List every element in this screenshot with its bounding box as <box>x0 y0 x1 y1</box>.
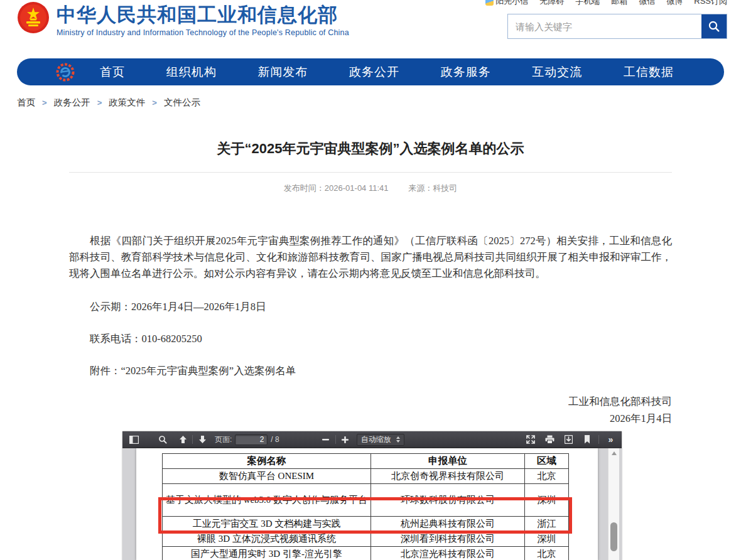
find-icon <box>158 435 167 444</box>
article: 关于“2025年元宇宙典型案例”入选案例名单的公示 发布时间：2026-01-0… <box>69 132 672 427</box>
page-number-input[interactable] <box>235 434 268 445</box>
cell-case-name: 数智仿真平台 ONESIM <box>163 469 371 484</box>
source: 来源：科技司 <box>408 183 457 193</box>
sidebar-toggle-icon <box>129 436 139 444</box>
nav-item-home[interactable]: 首页 <box>100 64 125 80</box>
signature-org: 工业和信息化部科技司 <box>69 393 672 410</box>
site-subtitle: Ministry of Industry and Information Tec… <box>57 28 349 37</box>
page-down-button[interactable] <box>195 433 210 446</box>
mascot-icon <box>485 0 494 6</box>
page-label: 页面: <box>215 434 232 445</box>
miit-e-logo-icon <box>56 63 75 82</box>
link-sunshine[interactable]: 阳光小信 <box>485 0 528 7</box>
col-header-applicant: 申报单位 <box>371 454 525 469</box>
zoom-out-icon <box>322 439 329 441</box>
cell-case-name: 国产大型通用实时 3D 引擎-渲光引擎 <box>163 547 371 560</box>
pdf-scrollbar[interactable] <box>608 448 619 560</box>
publicity-period: 公示期：2026年1月4日—2026年1月8日 <box>69 300 672 314</box>
find-button[interactable] <box>155 433 170 446</box>
cell-case-name: 基于文旅大模型的 web3.0 数字人创作与服务平台 <box>163 484 371 517</box>
search-bar <box>507 14 727 39</box>
nav-item-interaction[interactable]: 互动交流 <box>532 64 582 80</box>
zoom-select-value: 自动缩放 <box>361 434 391 445</box>
zoom-select[interactable]: 自动缩放 <box>357 434 404 446</box>
article-title: 关于“2025年元宇宙典型案例”入选案例名单的公示 <box>69 132 672 172</box>
link-rss[interactable]: RSS订阅 <box>694 0 727 7</box>
col-header-case-name: 案例名称 <box>163 454 371 469</box>
link-weibo[interactable]: 微博 <box>666 0 683 7</box>
search-button[interactable] <box>701 14 727 38</box>
cell-applicant: 北京渲光科技有限公司 <box>371 547 525 560</box>
zoom-out-button[interactable] <box>318 433 333 446</box>
crumb-home[interactable]: 首页 <box>17 97 35 107</box>
link-wechat[interactable]: 微信 <box>639 0 655 7</box>
signature-date: 2026年1月4日 <box>69 410 672 427</box>
table-row: 国产大型通用实时 3D 引擎-渲光引擎 北京渲光科技有限公司 北京 <box>163 547 569 560</box>
print-button[interactable] <box>542 433 557 446</box>
presentation-mode-button[interactable] <box>523 433 538 446</box>
page-root: 中华人民共和国工业和信息化部 Ministry of Industry and … <box>0 0 741 560</box>
cell-applicant: 深圳看到科技有限公司 <box>371 532 525 547</box>
breadcrumb-separator: > <box>97 98 102 107</box>
crumb-policy-docs[interactable]: 政策文件 <box>109 97 145 107</box>
table-row-highlighted: 基于文旅大模型的 web3.0 数字人创作与服务平台 环球数科股份有限公司 深圳 <box>163 484 569 517</box>
col-header-region: 区域 <box>525 454 569 469</box>
sidebar-toggle-button[interactable] <box>126 433 141 446</box>
cell-region: 北京 <box>525 547 569 560</box>
cell-case-name: 裸眼 3D 立体沉浸式视频通讯系统 <box>163 532 371 547</box>
search-input[interactable] <box>508 14 701 38</box>
contact-phone: 联系电话：010-68205250 <box>69 332 672 346</box>
cell-case-name: 工业元宇宙交互 3D 文档构建与实践 <box>163 517 371 532</box>
article-paragraph: 根据《四部门关于组织开展2025年元宇宙典型案例推荐工作的通知》（工信厅联科函〔… <box>69 233 672 282</box>
page-up-button[interactable] <box>175 433 190 446</box>
link-accessibility[interactable]: 无障碍 <box>539 0 564 7</box>
nav-item-organization[interactable]: 组织机构 <box>166 64 217 80</box>
table-row: 工业元宇宙交互 3D 文档构建与实践 杭州起典科技有限公司 浙江 <box>163 517 569 532</box>
print-icon <box>545 435 554 444</box>
link-mail[interactable]: 邮箱 <box>611 0 627 7</box>
table-row: 裸眼 3D 立体沉浸式视频通讯系统 深圳看到科技有限公司 深圳 <box>163 532 569 547</box>
link-mobile[interactable]: 手机端 <box>575 0 600 7</box>
nav-item-news[interactable]: 新闻发布 <box>257 64 308 80</box>
cell-applicant: 北京创奇视界科技有限公司 <box>371 469 525 484</box>
zoom-in-button[interactable] <box>338 433 353 446</box>
page-up-icon <box>179 435 187 444</box>
nav-item-data[interactable]: 工信数据 <box>624 64 674 80</box>
national-emblem-icon <box>17 1 50 34</box>
bookmark-icon <box>584 435 590 444</box>
utility-links: 阳光小信 无障碍 手机端 邮箱 微信 微博 RSS订阅 <box>485 0 727 7</box>
cell-applicant: 杭州起典科技有限公司 <box>371 517 525 532</box>
download-button[interactable] <box>561 433 576 446</box>
nav-item-gov-info[interactable]: 政务公开 <box>349 64 399 80</box>
zoom-in-icon <box>342 436 349 443</box>
presentation-mode-icon <box>526 435 535 444</box>
site-title: 中华人民共和国工业和信息化部 <box>57 4 349 26</box>
cell-region: 北京 <box>525 469 569 484</box>
crumb-gov-info[interactable]: 政务公开 <box>54 97 90 107</box>
pdf-toolbar: 页面: / 8 自动缩放 <box>122 431 622 448</box>
case-list-table: 案例名称 申报单位 区域 数智仿真平台 ONESIM 北京创奇视界科技有限公司 … <box>162 453 569 560</box>
article-meta: 发布时间：2026-01-04 11:41 来源：科技司 <box>69 173 672 204</box>
table-row: 数智仿真平台 ONESIM 北京创奇视界科技有限公司 北京 <box>163 469 569 484</box>
page-down-icon <box>198 435 207 444</box>
search-icon <box>708 20 720 33</box>
pdf-content-area: 案例名称 申报单位 区域 数智仿真平台 ONESIM 北京创奇视界科技有限公司 … <box>122 448 622 560</box>
nav-item-gov-services[interactable]: 政务服务 <box>441 64 491 80</box>
cell-region: 深圳 <box>525 484 569 517</box>
more-tools-icon: » <box>608 434 613 444</box>
pdf-page: 案例名称 申报单位 区域 数智仿真平台 ONESIM 北京创奇视界科技有限公司 … <box>136 448 598 560</box>
cell-region: 深圳 <box>525 532 569 547</box>
scroll-up-icon <box>612 451 617 455</box>
scrollbar-thumb[interactable] <box>610 522 617 551</box>
breadcrumb-separator: > <box>42 98 47 107</box>
bookmark-button[interactable] <box>580 433 595 446</box>
pdf-viewer: 页面: / 8 自动缩放 <box>122 431 622 560</box>
cell-region: 浙江 <box>525 517 569 532</box>
site-header: 中华人民共和国工业和信息化部 Ministry of Industry and … <box>0 0 741 55</box>
download-icon <box>565 435 573 444</box>
page-total: / 8 <box>271 435 279 444</box>
select-arrows-icon <box>396 436 400 443</box>
main-nav: 首页 组织机构 新闻发布 政务公开 政务服务 互动交流 工信数据 <box>17 58 724 85</box>
crumb-doc-publicity[interactable]: 文件公示 <box>164 97 200 107</box>
more-tools-button[interactable]: » <box>603 433 618 446</box>
